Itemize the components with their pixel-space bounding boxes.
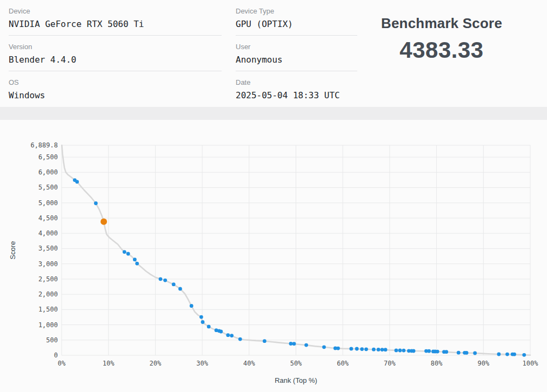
highlighted-benchmark-point[interactable]: [101, 219, 107, 225]
data-point[interactable]: [384, 348, 388, 352]
data-point[interactable]: [505, 353, 509, 356]
benchmark-chart[interactable]: 05001,0001,5002,0002,5003,0003,5004,0004…: [0, 120, 547, 392]
chart-section: 05001,0001,5002,0002,5003,0003,5004,0004…: [0, 120, 547, 392]
data-point[interactable]: [289, 342, 293, 346]
y-tick-label: 500: [46, 336, 58, 344]
field-device-value: NVIDIA GeForce RTX 5060 Ti: [9, 19, 222, 29]
result-header: Device NVIDIA GeForce RTX 5060 Ti Versio…: [0, 0, 547, 107]
data-point[interactable]: [444, 350, 448, 354]
x-tick-label: 40%: [243, 360, 255, 367]
y-tick-label: 4,000: [38, 229, 58, 237]
data-point[interactable]: [230, 334, 234, 337]
data-point[interactable]: [360, 347, 364, 351]
x-tick-label: 90%: [477, 360, 489, 367]
benchmark-score-block: Benchmark Score 4383.33: [352, 15, 531, 63]
y-tick-label: 2,500: [38, 275, 58, 283]
benchmark-score-title: Benchmark Score: [352, 15, 531, 32]
field-device-type-label: Device Type: [236, 7, 357, 15]
x-tick-label: 0%: [58, 360, 66, 367]
y-tick-label: 6,500: [38, 153, 58, 161]
field-user-value: Anonymous: [236, 55, 357, 65]
y-tick-label: 1,000: [38, 321, 58, 329]
data-point[interactable]: [238, 337, 242, 341]
y-tick-label: 4,500: [38, 214, 58, 222]
data-point[interactable]: [412, 349, 416, 353]
data-point[interactable]: [377, 348, 381, 352]
x-tick-label: 10%: [103, 360, 115, 367]
x-tick-label: 30%: [196, 360, 208, 367]
field-version-label: Version: [9, 43, 222, 51]
data-point[interactable]: [163, 279, 167, 282]
data-point[interactable]: [133, 258, 137, 261]
data-point[interactable]: [263, 339, 266, 343]
session-info-column: Device Type GPU (OPTIX) User Anonymous D…: [236, 0, 357, 106]
data-point[interactable]: [219, 330, 223, 334]
data-point[interactable]: [336, 347, 340, 350]
field-device-type: Device Type GPU (OPTIX): [236, 0, 357, 36]
data-point[interactable]: [398, 349, 402, 353]
field-version-value: Blender 4.4.0: [9, 55, 222, 65]
data-point[interactable]: [126, 252, 130, 256]
data-point[interactable]: [473, 352, 477, 355]
data-point[interactable]: [349, 347, 353, 351]
data-point[interactable]: [304, 343, 308, 347]
x-tick-label: 70%: [384, 360, 396, 367]
y-tick-label: 3,500: [38, 245, 58, 252]
field-device-type-value: GPU (OPTIX): [236, 19, 357, 29]
data-point[interactable]: [201, 320, 205, 324]
x-tick-label: 20%: [150, 360, 162, 367]
x-tick-label: 50%: [290, 360, 302, 367]
field-os: OS Windows: [9, 71, 222, 106]
data-point[interactable]: [123, 250, 126, 254]
x-axis-label: Rank (Top %): [275, 376, 317, 384]
field-date: Date 2025-05-04 18:33 UTC: [236, 71, 357, 106]
data-point[interactable]: [135, 262, 139, 266]
data-point[interactable]: [364, 347, 368, 351]
data-point[interactable]: [94, 201, 98, 205]
data-point[interactable]: [226, 333, 230, 337]
benchmark-score-value: 4383.33: [352, 37, 531, 63]
data-point[interactable]: [355, 347, 359, 351]
field-date-value: 2025-05-04 18:33 UTC: [236, 90, 357, 100]
data-point[interactable]: [199, 315, 203, 319]
data-point[interactable]: [436, 350, 439, 354]
data-point[interactable]: [190, 304, 194, 308]
y-tick-label: 6,000: [38, 168, 58, 176]
data-point[interactable]: [322, 345, 326, 349]
y-tick-label: 5,000: [38, 199, 58, 207]
data-point[interactable]: [75, 180, 79, 184]
data-point[interactable]: [522, 353, 526, 357]
data-point[interactable]: [497, 353, 501, 356]
data-point[interactable]: [172, 282, 176, 286]
field-version: Version Blender 4.4.0: [9, 36, 222, 71]
data-point[interactable]: [457, 351, 461, 355]
y-tick-label: 6,889.8: [30, 141, 58, 149]
data-point[interactable]: [395, 349, 398, 353]
x-tick-label: 80%: [431, 360, 443, 367]
data-point[interactable]: [381, 348, 384, 352]
data-point[interactable]: [292, 342, 296, 346]
field-device: Device NVIDIA GeForce RTX 5060 Ti: [9, 0, 222, 36]
x-tick-label: 100%: [523, 360, 539, 367]
field-os-value: Windows: [9, 90, 222, 100]
device-info-column: Device NVIDIA GeForce RTX 5060 Ti Versio…: [9, 0, 222, 106]
y-tick-label: 5,500: [38, 184, 58, 191]
data-point[interactable]: [402, 349, 406, 353]
y-tick-label: 3,000: [38, 260, 58, 268]
data-point[interactable]: [159, 277, 163, 281]
section-divider: [0, 107, 547, 120]
data-point[interactable]: [427, 349, 431, 353]
field-user: User Anonymous: [236, 36, 357, 71]
data-point[interactable]: [178, 287, 182, 291]
y-tick-label: 2,000: [38, 290, 58, 298]
data-point[interactable]: [207, 325, 211, 329]
x-tick-label: 60%: [337, 360, 349, 367]
field-device-label: Device: [9, 7, 222, 15]
field-os-label: OS: [9, 78, 222, 86]
data-point[interactable]: [372, 348, 376, 352]
data-point[interactable]: [512, 353, 516, 356]
y-tick-label: 1,500: [38, 306, 58, 313]
field-date-label: Date: [236, 78, 357, 86]
y-tick-label: 0: [54, 352, 58, 359]
data-point[interactable]: [465, 351, 469, 355]
